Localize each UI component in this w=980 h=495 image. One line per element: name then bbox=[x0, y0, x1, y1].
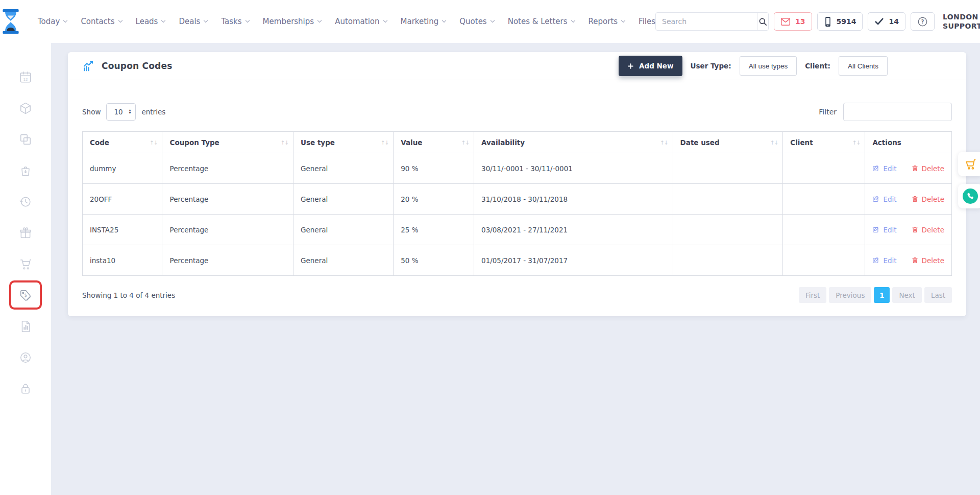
add-new-button[interactable]: Add New bbox=[619, 56, 682, 76]
chevron-down-icon bbox=[383, 18, 387, 22]
page-size-group: Show 10 ▴▾ entries bbox=[82, 103, 165, 121]
col-header-date-used[interactable]: Date used↑↓ bbox=[673, 132, 783, 153]
nav-label: Marketing bbox=[401, 17, 439, 26]
chevron-down-icon bbox=[204, 18, 208, 22]
filter-input[interactable] bbox=[843, 103, 952, 121]
page-size-select[interactable]: 10 ▴▾ bbox=[106, 103, 136, 121]
sidebar-item-copy[interactable] bbox=[9, 124, 42, 155]
show-label: Show bbox=[82, 108, 101, 116]
cell-value: 90 % bbox=[394, 153, 474, 184]
nav-item-contacts[interactable]: Contacts bbox=[81, 17, 121, 26]
sidebar-item-orders[interactable] bbox=[9, 155, 42, 186]
floating-cart-button[interactable] bbox=[958, 152, 980, 176]
user-name: LONDON SUPPORT bbox=[943, 12, 980, 31]
entries-label: entries bbox=[141, 108, 165, 116]
col-header-client[interactable]: Client↑↓ bbox=[783, 132, 865, 153]
floating-whatsapp-button[interactable] bbox=[958, 184, 980, 208]
cell-value: 50 % bbox=[394, 245, 474, 276]
delete-button[interactable]: Delete bbox=[911, 226, 944, 234]
table-header-row: Code↑↓ Coupon Type↑↓ Use type↑↓ Value↑↓ … bbox=[83, 132, 952, 153]
nav-item-automation[interactable]: Automation bbox=[335, 17, 386, 26]
edit-button[interactable]: Edit bbox=[872, 195, 896, 203]
gift-icon bbox=[19, 226, 32, 240]
app-logo[interactable] bbox=[0, 9, 21, 34]
edit-button[interactable]: Edit bbox=[872, 164, 896, 173]
row-actions: Edit Delete bbox=[872, 195, 944, 203]
pagination-page-1-button[interactable]: 1 bbox=[874, 287, 890, 303]
row-actions: Edit Delete bbox=[872, 256, 944, 265]
nav-item-leads[interactable]: Leads bbox=[136, 17, 165, 26]
nav-item-quotes[interactable]: Quotes bbox=[459, 17, 494, 26]
search-button[interactable] bbox=[757, 13, 768, 30]
header-controls: Add New User Type: All use types Client:… bbox=[619, 56, 888, 76]
sidebar-item-history[interactable] bbox=[9, 186, 42, 217]
delete-button[interactable]: Delete bbox=[911, 164, 944, 173]
nav-item-notes-letters[interactable]: Notes & Letters bbox=[508, 17, 575, 26]
nav-label: Notes & Letters bbox=[508, 17, 568, 26]
cell-coupon-type: Percentage bbox=[162, 153, 293, 184]
client-select[interactable]: All Clients bbox=[839, 56, 888, 76]
chevron-down-icon bbox=[442, 18, 446, 22]
col-header-code[interactable]: Code↑↓ bbox=[83, 132, 162, 153]
col-header-value[interactable]: Value↑↓ bbox=[394, 132, 474, 153]
delete-button[interactable]: Delete bbox=[911, 195, 944, 203]
pagination-next-button[interactable]: Next bbox=[892, 287, 921, 303]
phone-badge[interactable]: 5914 bbox=[817, 12, 863, 31]
pagination-last-button[interactable]: Last bbox=[924, 287, 952, 303]
sidebar-item-gifts[interactable] bbox=[9, 217, 42, 248]
cell-date-used bbox=[673, 215, 783, 245]
sidebar-item-cart[interactable] bbox=[9, 248, 42, 279]
sidebar-item-security[interactable] bbox=[9, 373, 42, 404]
nav-item-deals[interactable]: Deals bbox=[179, 17, 207, 26]
sidebar-item-reports[interactable] bbox=[9, 311, 42, 342]
filter-label: Filter bbox=[819, 108, 837, 116]
chevron-down-icon bbox=[571, 18, 575, 22]
user-type-select[interactable]: All use types bbox=[740, 56, 797, 76]
messages-badge[interactable]: 13 bbox=[774, 12, 812, 31]
pagination-previous-button[interactable]: Previous bbox=[829, 287, 871, 303]
chevron-down-icon bbox=[490, 18, 494, 22]
sort-icon: ↑↓ bbox=[461, 139, 469, 146]
shopping-bag-icon bbox=[19, 164, 32, 177]
nav-item-today[interactable]: Today bbox=[38, 17, 67, 26]
filter-group: Filter bbox=[819, 103, 952, 121]
pagination-first-button[interactable]: First bbox=[799, 287, 826, 303]
whatsapp-phone-icon bbox=[963, 188, 978, 204]
col-header-coupon-type[interactable]: Coupon Type↑↓ bbox=[162, 132, 293, 153]
chevron-down-icon bbox=[63, 18, 67, 22]
edit-button[interactable]: Edit bbox=[872, 256, 896, 265]
cell-availability: 30/11/-0001 - 30/11/-0001 bbox=[474, 153, 673, 184]
cell-code: INSTA25 bbox=[83, 215, 162, 245]
nav-label: Files bbox=[639, 17, 655, 26]
nav-item-files[interactable]: Files bbox=[639, 17, 655, 26]
search-input[interactable] bbox=[656, 13, 757, 30]
delete-button[interactable]: Delete bbox=[911, 256, 944, 265]
nav-item-tasks[interactable]: Tasks bbox=[221, 17, 249, 26]
nav-item-marketing[interactable]: Marketing bbox=[401, 17, 446, 26]
nav-label: Automation bbox=[335, 17, 379, 26]
sidebar-item-coupon-codes[interactable]: $ bbox=[9, 280, 42, 310]
help-badge[interactable]: ? bbox=[911, 12, 935, 31]
sidebar-item-calendar[interactable]: 12 bbox=[9, 61, 42, 92]
copy-icon bbox=[19, 133, 32, 146]
cell-coupon-type: Percentage bbox=[162, 184, 293, 215]
col-header-availability[interactable]: Availability↑↓ bbox=[474, 132, 673, 153]
edit-button[interactable]: Edit bbox=[872, 226, 896, 234]
tasks-badge[interactable]: 14 bbox=[868, 12, 905, 31]
col-header-use-type[interactable]: Use type↑↓ bbox=[293, 132, 394, 153]
cell-use-type: General bbox=[293, 245, 394, 276]
cell-availability: 31/10/2018 - 30/11/2018 bbox=[474, 184, 673, 215]
page-title: Coupon Codes bbox=[102, 61, 173, 71]
nav-item-memberships[interactable]: Memberships bbox=[263, 17, 322, 26]
coupon-codes-card: Coupon Codes Add New User Type: All use … bbox=[68, 52, 966, 316]
cell-availability: 03/08/2021 - 27/11/2021 bbox=[474, 215, 673, 245]
sort-icon: ↑↓ bbox=[280, 139, 288, 146]
nav-item-reports[interactable]: Reports bbox=[589, 17, 625, 26]
table-row: 20OFF Percentage General 20 % 31/10/2018… bbox=[83, 184, 952, 215]
cell-use-type: General bbox=[293, 184, 394, 215]
cell-availability: 01/05/2017 - 31/07/2017 bbox=[474, 245, 673, 276]
sidebar-item-products[interactable] bbox=[9, 92, 42, 124]
sort-icon: ↑↓ bbox=[770, 139, 778, 146]
sidebar-item-account[interactable] bbox=[9, 342, 42, 373]
table-row: dummy Percentage General 90 % 30/11/-000… bbox=[83, 153, 952, 184]
